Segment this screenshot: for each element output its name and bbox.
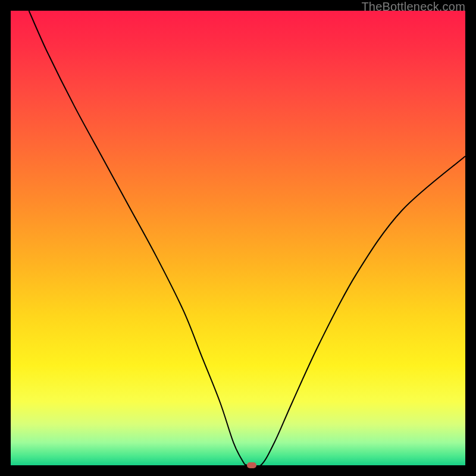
curve-line (29, 11, 465, 465)
chart-frame: TheBottleneck.com (0, 0, 476, 476)
optimum-marker (247, 462, 256, 468)
bottleneck-curve (11, 11, 465, 465)
plot-area (11, 11, 465, 465)
